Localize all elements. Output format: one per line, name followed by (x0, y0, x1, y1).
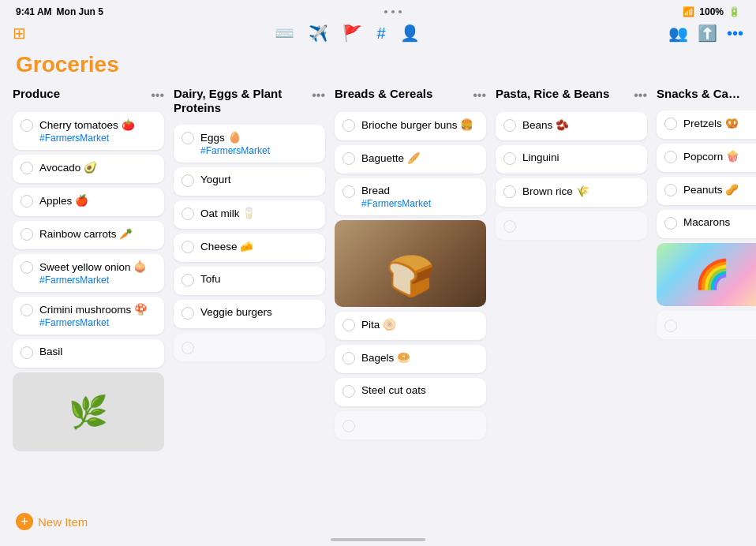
checkbox[interactable] (503, 119, 516, 132)
column-menu-pasta[interactable]: ••• (634, 87, 647, 103)
list-item[interactable]: Avocado 🥑 (13, 155, 164, 183)
list-item[interactable]: Veggie burgers (174, 300, 325, 328)
list-item[interactable]: Pita 🫓 (335, 312, 486, 340)
list-item[interactable]: Crimini mushrooms 🍄 #FarmersMarket (13, 297, 164, 335)
new-item-button[interactable]: + New Item (16, 513, 88, 530)
list-item[interactable]: Steel cut oats (335, 378, 486, 406)
checkbox[interactable] (21, 304, 33, 316)
item-text: Steel cut oats (361, 384, 478, 396)
item-text: Peanuts 🥜 (683, 183, 756, 196)
list-item[interactable]: Brioche burger buns 🍔 (335, 112, 486, 140)
hash-icon[interactable]: # (376, 24, 385, 43)
list-item[interactable]: Bagels 🥯 (335, 345, 486, 373)
list-item[interactable]: Rainbow carrots 🥕 (13, 221, 164, 249)
produce-image: 🌿 (13, 372, 164, 451)
list-item[interactable]: Pretzels 🥨 (657, 110, 756, 139)
list-item[interactable]: Eggs 🥚 #FarmersMarket (174, 125, 325, 163)
list-item[interactable]: Oat milk 🥛 (174, 200, 325, 229)
wifi-icon: 📶 (683, 6, 694, 17)
list-item[interactable]: Beans 🫘 (496, 112, 647, 140)
item-text: Baguette 🥖 (361, 151, 478, 164)
checkbox[interactable] (21, 346, 33, 359)
list-item[interactable]: Bread #FarmersMarket (335, 178, 486, 215)
item-tag: #FarmersMarket (200, 145, 317, 156)
column-title-snacks: Snacks & Ca… (657, 87, 740, 101)
checkbox[interactable] (664, 151, 677, 163)
column-menu-breads[interactable]: ••• (473, 87, 486, 103)
list-item[interactable]: Brown rice 🌾 (496, 178, 647, 207)
list-item[interactable]: Apples 🍎 (13, 188, 164, 216)
column-dairy: Dairy, Eggs & Plant Proteins ••• Eggs 🥚 … (174, 87, 325, 507)
checkbox[interactable] (21, 162, 33, 174)
checkbox[interactable] (21, 228, 33, 241)
column-title-dairy: Dairy, Eggs & Plant Proteins (174, 87, 312, 115)
battery-icon: 🔋 (728, 6, 740, 17)
item-text: Bagels 🥯 (361, 351, 478, 364)
checkbox[interactable] (182, 241, 194, 253)
list-item[interactable]: Cheese 🧀 (174, 234, 325, 262)
share-icon[interactable]: ⬆️ (698, 24, 717, 43)
column-menu-dairy[interactable]: ••• (312, 87, 325, 103)
item-tag: #FarmersMarket (39, 317, 156, 328)
checkbox[interactable] (664, 184, 677, 196)
add-item-dairy[interactable] (174, 333, 325, 361)
checkbox[interactable] (342, 152, 355, 165)
list-item[interactable]: Basil (13, 339, 164, 368)
list-item[interactable]: Peanuts 🥜 (657, 177, 756, 205)
status-time: 9:41 AM (16, 6, 52, 17)
column-title-breads: Breads & Cereals (335, 87, 432, 101)
checkbox[interactable] (21, 195, 33, 208)
sidebar-toggle-icon[interactable]: ⊞ (13, 24, 26, 43)
checkbox[interactable] (342, 319, 355, 331)
checkbox[interactable] (21, 261, 33, 274)
checkbox[interactable] (182, 208, 194, 220)
checkbox[interactable] (342, 119, 355, 132)
status-dot-3 (399, 10, 402, 13)
item-text: Brown rice 🌾 (522, 185, 639, 197)
item-text: Basil (39, 346, 156, 357)
add-item-snacks[interactable] (657, 311, 756, 339)
checkbox[interactable] (342, 352, 355, 365)
column-header-pasta: Pasta, Rice & Beans ••• (496, 87, 647, 107)
checkbox[interactable] (664, 118, 677, 130)
list-item[interactable]: Macarons (657, 210, 756, 238)
checkbox[interactable] (664, 217, 677, 230)
list-item[interactable]: Popcorn 🍿 (657, 144, 756, 172)
list-item[interactable]: Linguini (496, 145, 647, 174)
more-icon[interactable]: ••• (727, 24, 743, 43)
status-dot-2 (391, 10, 395, 13)
column-menu-produce[interactable]: ••• (151, 87, 164, 103)
item-text: Macarons (683, 216, 756, 228)
checkbox[interactable] (342, 385, 355, 398)
column-snacks: Snacks & Ca… Pretzels 🥨 Popcorn 🍿 Peanut… (657, 87, 756, 507)
flag-icon[interactable]: 🚩 (342, 24, 362, 43)
checkbox[interactable] (182, 132, 194, 144)
checkbox-empty (182, 342, 194, 354)
checkbox[interactable] (503, 152, 516, 165)
item-text: Sweet yellow onion 🧅 (39, 260, 156, 273)
checkbox[interactable] (182, 274, 194, 286)
item-text: Pretzels 🥨 (683, 117, 756, 129)
item-text: Cheese 🧀 (200, 240, 317, 252)
checkbox[interactable] (21, 119, 33, 132)
add-item-pasta[interactable] (496, 211, 647, 240)
person-icon[interactable]: 👤 (400, 24, 420, 43)
checkbox[interactable] (182, 307, 194, 320)
item-text: Brioche burger buns 🍔 (361, 118, 478, 131)
list-item[interactable]: Sweet yellow onion 🧅 #FarmersMarket (13, 254, 164, 292)
checkbox[interactable] (342, 185, 355, 198)
column-header-breads: Breads & Cereals ••• (335, 87, 486, 107)
item-text: Avocado 🥑 (39, 161, 156, 174)
status-day: Mon Jun 5 (57, 6, 103, 17)
add-item-breads[interactable] (335, 411, 486, 439)
list-item[interactable]: Cherry tomatoes 🍅 #FarmersMarket (13, 112, 164, 150)
item-tag: #FarmersMarket (361, 198, 478, 209)
list-item[interactable]: Yogurt (174, 167, 325, 196)
collab-icon[interactable]: 👥 (668, 24, 688, 43)
list-item[interactable]: Baguette 🥖 (335, 145, 486, 174)
checkbox[interactable] (503, 185, 516, 198)
list-item[interactable]: Tofu (174, 267, 325, 295)
keyboard-icon[interactable]: ⌨️ (275, 24, 294, 43)
cursor-icon[interactable]: ✈️ (309, 24, 328, 43)
checkbox[interactable] (182, 174, 194, 187)
